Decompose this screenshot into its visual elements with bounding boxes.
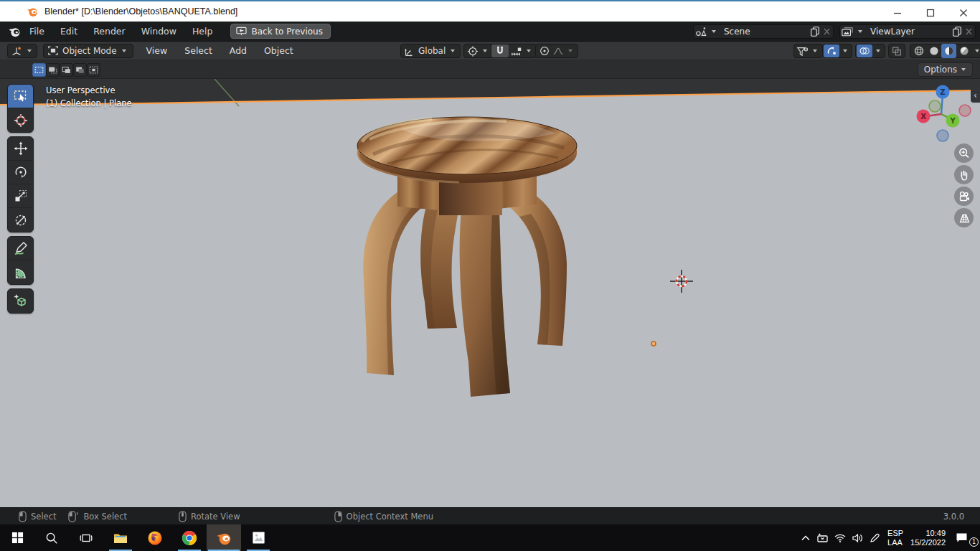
tool-transform[interactable] (8, 208, 33, 232)
photos-button[interactable] (241, 524, 275, 551)
3d-cursor (670, 270, 693, 293)
proportional-editing-toggle[interactable] (537, 45, 552, 57)
blender-window: Blender* [D:\Blender\Objetos\BANQUETA.bl… (0, 0, 980, 551)
gizmo-axis-neg-y[interactable] (929, 100, 941, 112)
transform-orientation-dropdown[interactable]: Global (400, 44, 461, 58)
status-hint-label: Box Select (83, 512, 127, 522)
shading-caret[interactable] (975, 50, 979, 52)
object-mode-icon (47, 44, 60, 57)
menu-object[interactable]: Object (255, 42, 302, 60)
sidebar-collapse-arrow[interactable]: ‹ (971, 88, 980, 103)
menu-select[interactable]: Select (176, 42, 221, 60)
close-button[interactable] (947, 3, 980, 23)
proportional-falloff-dropdown[interactable] (552, 45, 576, 57)
volume-icon[interactable] (849, 524, 866, 551)
windows-logo-icon (11, 532, 24, 544)
language-indicator[interactable]: ESP LAA (887, 529, 903, 547)
editor-type-selector[interactable] (7, 44, 37, 58)
chrome-button[interactable] (172, 524, 207, 551)
back-to-previous-button[interactable]: Back to Previous (230, 24, 331, 39)
tool-scale[interactable] (8, 184, 33, 208)
maximize-button[interactable] (914, 3, 947, 23)
start-button[interactable] (0, 524, 34, 551)
tablet-pen-icon[interactable] (814, 524, 831, 551)
gizmo-axis-z[interactable]: Z (936, 85, 950, 99)
xray-icon (891, 45, 903, 57)
snap-increment-icon (510, 45, 523, 57)
task-view-button[interactable] (69, 524, 103, 551)
zoom-button[interactable] (954, 143, 974, 163)
blender-menu-logo-icon[interactable] (7, 24, 22, 39)
clock[interactable]: 10:49 15/2/2022 (910, 529, 946, 547)
stool-3d-model[interactable] (357, 117, 577, 397)
shading-rendered-button[interactable] (956, 44, 971, 58)
search-button[interactable] (34, 524, 69, 551)
windows-ink-pen-icon[interactable] (866, 524, 883, 551)
camera-view-button[interactable] (954, 187, 974, 206)
overlays-toggle[interactable] (857, 44, 872, 57)
options-dropdown[interactable]: Options (918, 62, 973, 77)
tool-rotate[interactable] (8, 161, 33, 184)
tool-cursor[interactable] (8, 108, 33, 132)
snap-toggle-button[interactable] (491, 44, 509, 57)
blender-version: 3.0.0 (943, 512, 980, 522)
gizmo-axis-neg-x[interactable] (959, 105, 971, 116)
tool-move[interactable] (8, 137, 33, 161)
shading-material-button[interactable] (941, 44, 956, 58)
menu-view[interactable]: View (138, 42, 176, 60)
overlays-caret[interactable] (876, 50, 880, 52)
rotate-tool-icon (13, 164, 29, 180)
tray-expand-chevron-icon[interactable] (797, 524, 814, 551)
svg-text:Y: Y (949, 117, 956, 125)
remove-view-layer-icon[interactable] (963, 27, 975, 37)
menu-help[interactable]: Help (184, 22, 221, 42)
view-layer-selector[interactable]: ViewLayer (839, 24, 976, 39)
gizmos-toggle[interactable] (824, 44, 839, 57)
scene-selector[interactable]: Scene (693, 24, 834, 39)
mouse-left-icon (19, 511, 27, 522)
toggle-projection-button[interactable] (954, 208, 974, 227)
new-scene-icon[interactable] (809, 26, 821, 37)
minimize-button[interactable] (881, 3, 914, 23)
status-hint-label: Rotate View (191, 512, 240, 522)
select-mode-subtract-button[interactable] (60, 63, 73, 77)
menu-edit[interactable]: Edit (52, 22, 85, 42)
menu-file[interactable]: File (22, 22, 52, 42)
wifi-icon[interactable] (831, 524, 849, 551)
tool-annotate[interactable] (8, 237, 33, 260)
cursor-tool-icon (13, 113, 29, 128)
tool-measure[interactable] (8, 260, 33, 284)
explorer-button[interactable] (103, 524, 138, 551)
gizmo-axis-x[interactable]: X (917, 110, 930, 123)
new-view-layer-icon[interactable] (951, 26, 963, 37)
blender-taskbar-button[interactable] (207, 524, 241, 551)
svg-text:X: X (920, 113, 926, 121)
firefox-button[interactable] (138, 524, 172, 551)
pivot-point-dropdown[interactable] (463, 44, 494, 58)
mode-dropdown[interactable]: Object Mode (43, 44, 133, 58)
select-mode-invert-button[interactable] (73, 63, 87, 77)
shading-solid-button[interactable] (926, 44, 941, 58)
object-visibility-dropdown[interactable] (793, 44, 823, 58)
snap-target-dropdown[interactable] (509, 45, 536, 57)
notification-button[interactable]: 1 (956, 524, 980, 551)
unlink-scene-icon[interactable] (821, 27, 833, 37)
gizmo-axis-y[interactable]: Y (946, 114, 960, 128)
toolbar (7, 84, 34, 317)
tool-select-box[interactable] (8, 85, 33, 108)
select-mode-intersect-button[interactable] (87, 63, 100, 77)
select-mode-extend-button[interactable] (46, 63, 60, 77)
pivot-caret (483, 50, 487, 52)
pan-button[interactable] (954, 165, 974, 184)
gizmos-caret[interactable] (843, 50, 847, 52)
menu-render[interactable]: Render (85, 22, 133, 42)
navigation-gizmo[interactable]: Z X Y (908, 79, 977, 148)
tool-add-cube[interactable] (8, 289, 33, 313)
3d-viewport[interactable]: User Perspective (1) Collection | Plane (0, 79, 980, 507)
select-mode-new-button[interactable] (32, 63, 46, 77)
gizmo-axis-neg-z[interactable] (937, 130, 948, 141)
shading-wireframe-button[interactable] (911, 44, 926, 58)
xray-toggle[interactable] (888, 44, 905, 58)
menu-add[interactable]: Add (221, 42, 255, 60)
menu-window[interactable]: Window (133, 22, 184, 42)
